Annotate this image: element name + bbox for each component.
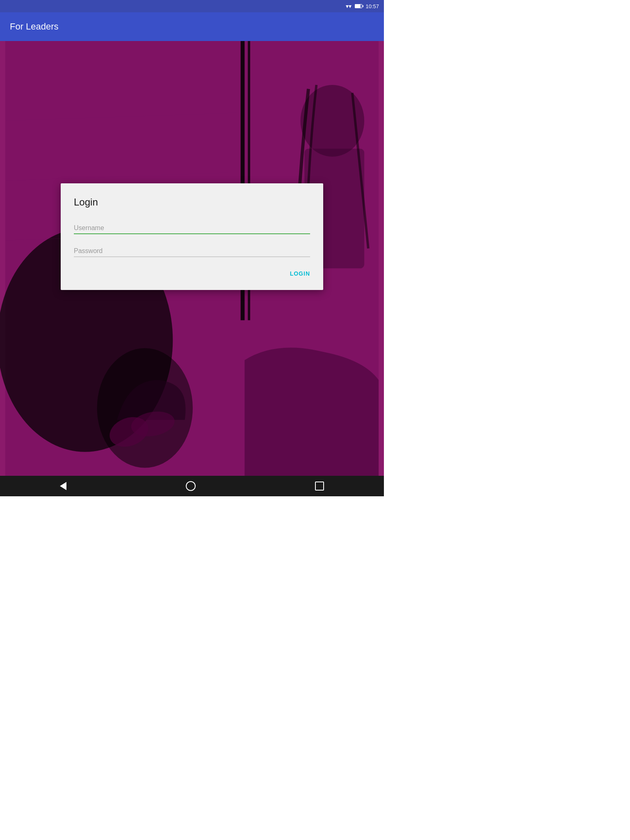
recents-icon bbox=[315, 482, 324, 491]
main-content: Login LOGIN bbox=[0, 41, 384, 476]
password-input[interactable] bbox=[74, 244, 310, 257]
app-bar: For Leaders bbox=[0, 12, 384, 41]
username-input[interactable] bbox=[74, 221, 310, 234]
home-icon bbox=[186, 481, 196, 491]
back-icon bbox=[60, 482, 66, 490]
app-title: For Leaders bbox=[10, 21, 59, 32]
battery-icon bbox=[355, 4, 362, 8]
back-button[interactable] bbox=[60, 482, 66, 490]
username-group bbox=[74, 221, 310, 234]
password-group bbox=[74, 244, 310, 257]
nav-bar bbox=[0, 476, 384, 496]
login-button[interactable]: LOGIN bbox=[290, 267, 310, 280]
status-bar: ▾▾ 10:57 bbox=[0, 0, 384, 12]
login-dialog: Login LOGIN bbox=[61, 183, 323, 290]
wifi-icon: ▾▾ bbox=[346, 3, 352, 9]
login-title: Login bbox=[74, 196, 310, 208]
home-button[interactable] bbox=[186, 481, 196, 491]
recents-button[interactable] bbox=[315, 482, 324, 491]
time-display: 10:57 bbox=[365, 3, 379, 9]
login-actions: LOGIN bbox=[74, 267, 310, 280]
